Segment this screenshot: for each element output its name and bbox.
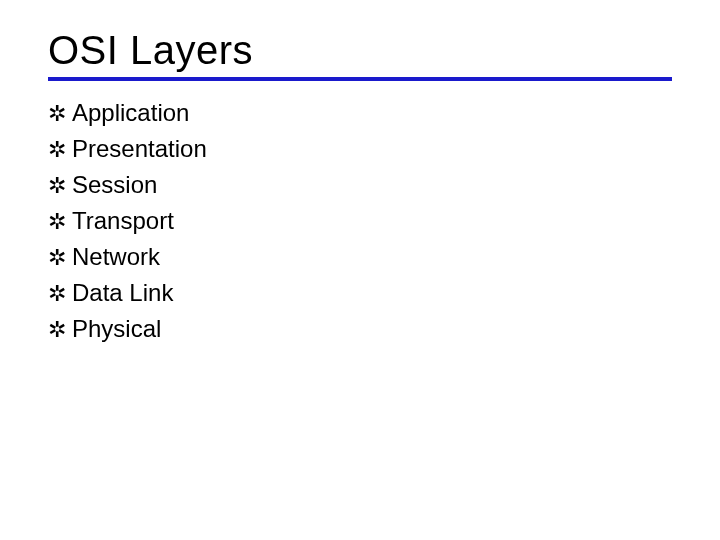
slide-title: OSI Layers (48, 28, 672, 73)
list-item: ✲ Session (48, 167, 672, 203)
list-item-label: Session (72, 167, 157, 203)
list-item-label: Physical (72, 311, 161, 347)
bullet-list: ✲ Application ✲ Presentation ✲ Session ✲… (48, 95, 672, 347)
asterisk-bullet-icon: ✲ (48, 97, 66, 130)
asterisk-bullet-icon: ✲ (48, 277, 66, 310)
slide: OSI Layers ✲ Application ✲ Presentation … (0, 0, 720, 347)
asterisk-bullet-icon: ✲ (48, 169, 66, 202)
title-underline (48, 77, 672, 81)
list-item-label: Application (72, 95, 189, 131)
asterisk-bullet-icon: ✲ (48, 133, 66, 166)
asterisk-bullet-icon: ✲ (48, 241, 66, 274)
list-item: ✲ Data Link (48, 275, 672, 311)
list-item-label: Network (72, 239, 160, 275)
list-item-label: Data Link (72, 275, 173, 311)
list-item-label: Presentation (72, 131, 207, 167)
list-item: ✲ Presentation (48, 131, 672, 167)
list-item: ✲ Physical (48, 311, 672, 347)
asterisk-bullet-icon: ✲ (48, 313, 66, 346)
list-item: ✲ Application (48, 95, 672, 131)
list-item: ✲ Network (48, 239, 672, 275)
list-item-label: Transport (72, 203, 174, 239)
list-item: ✲ Transport (48, 203, 672, 239)
asterisk-bullet-icon: ✲ (48, 205, 66, 238)
